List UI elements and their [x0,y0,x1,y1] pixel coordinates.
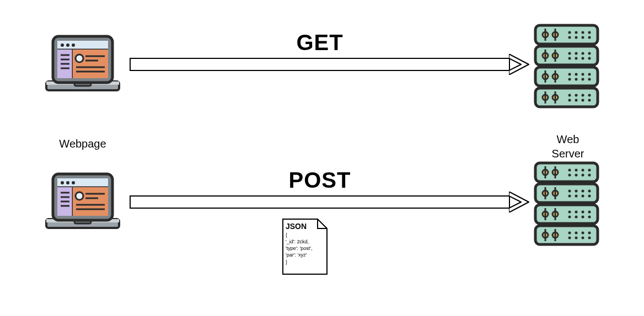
svg-point-7 [61,43,64,47]
svg-point-69 [582,94,584,97]
svg-point-107 [568,174,571,177]
client-laptop-icon [44,33,121,96]
svg-point-71 [568,99,571,102]
svg-point-9 [72,43,75,47]
svg-point-144 [582,232,584,235]
svg-point-119 [588,190,591,193]
svg-point-41 [568,52,571,55]
svg-point-120 [568,195,571,198]
request-arrow-head [509,192,531,215]
svg-point-34 [582,36,584,39]
svg-point-74 [588,99,591,102]
svg-point-82 [61,181,64,184]
svg-point-136 [588,216,591,219]
svg-point-32 [568,36,571,39]
svg-point-133 [568,216,571,219]
svg-point-108 [575,174,578,177]
svg-point-31 [588,31,591,34]
svg-point-83 [66,181,69,184]
svg-point-57 [588,73,591,76]
svg-point-104 [575,169,578,172]
svg-point-130 [575,211,578,214]
svg-point-92 [76,192,83,200]
svg-point-73 [582,99,584,102]
svg-point-46 [575,57,578,60]
svg-rect-80 [57,178,108,187]
svg-point-110 [588,174,591,177]
svg-point-103 [568,169,571,172]
svg-marker-97 [509,192,529,213]
payload-body: { '_id': 2ckd, 'type': 'post', 'par': 'x… [286,232,312,265]
payload-line: } [286,259,312,265]
svg-point-121 [575,195,578,198]
payload-line: { [286,232,312,238]
server-caption-text: WebServer [552,133,584,160]
svg-point-30 [582,31,584,34]
payload-line: 'par': 'xyz' [286,252,312,258]
svg-point-131 [582,211,584,214]
svg-point-109 [582,174,584,177]
svg-point-42 [575,52,578,55]
svg-point-135 [582,216,584,219]
svg-rect-5 [57,41,108,50]
svg-point-84 [72,181,75,184]
svg-point-116 [568,190,571,193]
svg-point-143 [575,232,578,235]
server-caption: WebServer [535,132,601,161]
server-stack-icon [532,160,601,250]
svg-point-148 [582,237,584,239]
svg-point-117 [575,190,578,193]
svg-point-132 [588,211,591,214]
svg-point-122 [582,195,584,198]
server-stack-icon [532,22,601,112]
svg-rect-16 [73,50,108,78]
svg-point-106 [588,169,591,172]
svg-point-45 [568,57,571,60]
svg-point-146 [568,237,571,239]
client-caption: Webpage [44,138,121,150]
svg-point-67 [568,94,571,97]
svg-point-17 [76,55,83,62]
svg-point-54 [568,73,571,76]
svg-point-43 [582,52,584,55]
svg-marker-22 [509,54,529,75]
svg-point-123 [588,195,591,198]
svg-point-68 [575,94,578,97]
svg-rect-91 [73,187,108,216]
payload-line: 'type': 'post', [286,245,312,252]
svg-point-129 [568,211,571,214]
svg-point-8 [66,43,69,47]
client-laptop-icon [44,171,121,233]
svg-point-61 [588,78,591,81]
svg-point-72 [575,99,578,102]
svg-point-118 [582,190,584,193]
svg-point-70 [588,94,591,97]
payload-title: JSON [286,222,307,231]
http-method-get: GET [130,30,510,55]
svg-point-58 [568,78,571,81]
json-payload-icon: JSON { '_id': 2ckd, 'type': 'post', 'par… [281,217,329,276]
svg-point-142 [568,232,571,235]
request-arrow-head [509,54,531,77]
svg-point-147 [575,237,578,239]
svg-point-149 [588,237,591,239]
svg-point-29 [575,31,578,34]
svg-point-134 [575,216,578,219]
payload-line: '_id': 2ckd, [286,238,312,245]
request-arrow-body [130,195,510,209]
svg-point-55 [575,73,578,76]
http-method-post: POST [130,168,510,193]
svg-point-35 [588,36,591,39]
svg-point-48 [588,57,591,60]
svg-point-44 [588,52,591,55]
svg-point-33 [575,36,578,39]
svg-point-145 [588,232,591,235]
svg-point-60 [582,78,584,81]
svg-point-28 [568,31,571,34]
svg-point-59 [575,78,578,81]
svg-point-47 [582,57,584,60]
svg-point-105 [582,169,584,172]
request-arrow-body [130,58,510,71]
svg-point-56 [582,73,584,76]
